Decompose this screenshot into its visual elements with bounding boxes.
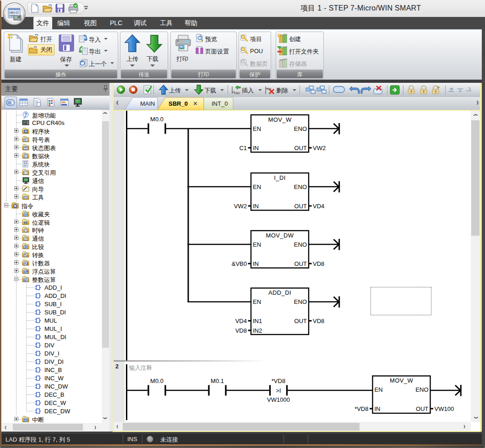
svg-text:IN: IN [375, 405, 381, 412]
svg-text:ENO: ENO [294, 241, 307, 248]
svg-text:OUT: OUT [294, 203, 307, 210]
svg-text:HKi: HKi [234, 91, 240, 95]
svg-text:ENO: ENO [294, 184, 307, 190]
svg-text:OUT: OUT [294, 145, 307, 151]
svg-text:VW2: VW2 [313, 145, 326, 151]
svg-text:IN: IN [253, 145, 259, 151]
svg-text:I_DI: I_DI [274, 174, 285, 181]
svg-text:±R: ±R [24, 270, 28, 273]
svg-text:C1: C1 [239, 145, 247, 151]
svg-text:IN: IN [253, 260, 259, 267]
svg-text:MOV_W: MOV_W [390, 377, 413, 384]
svg-text:ADD_DI: ADD_DI [268, 289, 291, 296]
svg-text:VD8: VD8 [313, 318, 324, 324]
svg-text:EN: EN [253, 184, 261, 190]
svg-text:IN1: IN1 [253, 318, 262, 324]
svg-text:VD4: VD4 [235, 318, 247, 324]
svg-text:VD4: VD4 [313, 203, 324, 210]
svg-text:>I: >I [276, 388, 281, 394]
svg-text:EN: EN [375, 386, 383, 393]
svg-text:ENO: ENO [294, 298, 307, 305]
svg-text:ENO: ENO [415, 386, 428, 393]
svg-text:VD8: VD8 [313, 260, 324, 267]
svg-text:VW100: VW100 [435, 405, 454, 412]
svg-text:OUT: OUT [416, 405, 429, 412]
svg-text:EN: EN [253, 125, 261, 132]
svg-text:VW1000: VW1000 [267, 396, 290, 403]
svg-text:VW2: VW2 [234, 203, 247, 210]
svg-text:±I: ±I [24, 278, 27, 281]
svg-text:IN2: IN2 [253, 327, 262, 334]
svg-text:M0.0: M0.0 [150, 378, 163, 384]
svg-text:ENO: ENO [294, 125, 307, 132]
svg-text:&VB0: &VB0 [232, 260, 247, 267]
svg-text:MOV_W: MOV_W [268, 116, 291, 123]
svg-text:*VD8: *VD8 [354, 405, 368, 412]
svg-text:*VD8: *VD8 [272, 378, 285, 384]
svg-text:IN: IN [253, 203, 259, 210]
svg-text:EN: EN [253, 241, 261, 248]
svg-text:OUT: OUT [294, 260, 307, 267]
svg-text:输入注释: 输入注释 [129, 365, 152, 371]
svg-text:?: ? [24, 112, 27, 117]
svg-text:EN: EN [253, 298, 261, 305]
svg-text:M0.0: M0.0 [150, 116, 163, 123]
svg-text:2: 2 [115, 363, 119, 370]
svg-text:MOV_DW: MOV_DW [266, 232, 294, 239]
svg-text:OUT: OUT [294, 318, 307, 324]
svg-text:+1: +1 [24, 262, 28, 265]
svg-text:VD8: VD8 [235, 327, 247, 334]
svg-text:M0.1: M0.1 [211, 378, 224, 384]
